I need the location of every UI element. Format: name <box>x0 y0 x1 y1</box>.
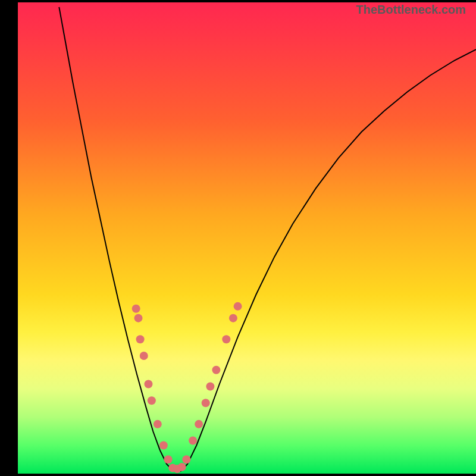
data-dot <box>234 302 242 311</box>
data-dot <box>182 455 190 464</box>
data-dot <box>134 314 143 322</box>
data-dot <box>144 380 152 389</box>
data-dot <box>202 399 210 407</box>
gradient-area <box>18 2 476 474</box>
chart-svg <box>0 0 476 476</box>
data-dot <box>132 305 140 313</box>
data-dot <box>164 455 173 464</box>
data-dot <box>159 441 168 449</box>
watermark-text: TheBottleneck.com <box>356 3 466 17</box>
data-dot <box>140 352 148 360</box>
data-dot <box>178 463 186 471</box>
data-dot <box>189 437 197 445</box>
data-dot <box>222 335 230 343</box>
data-dot <box>136 335 145 343</box>
data-dot <box>212 366 220 374</box>
data-dot <box>148 396 156 405</box>
chart-container <box>0 0 476 476</box>
data-dot <box>206 382 214 390</box>
data-dot <box>195 420 203 428</box>
data-dot <box>229 314 237 322</box>
data-dot <box>154 420 162 428</box>
